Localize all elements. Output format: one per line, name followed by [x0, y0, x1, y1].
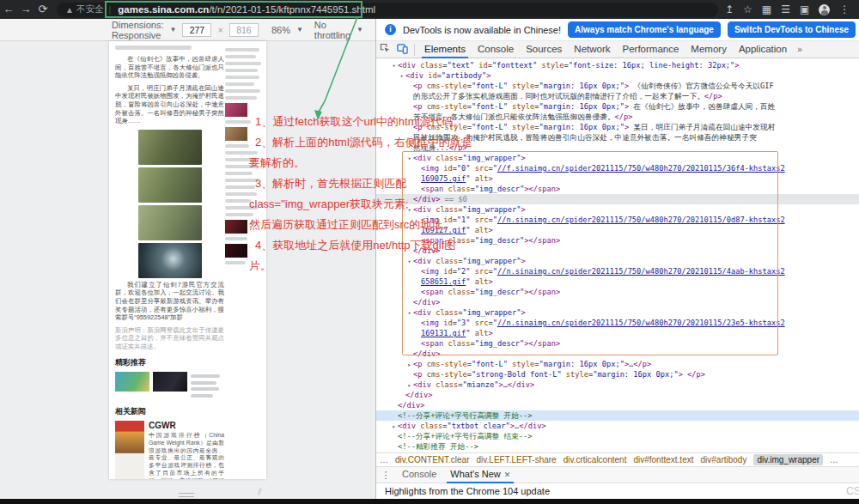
viewport-corner-resize-handle[interactable]: ⫽ — [258, 487, 261, 497]
back-icon[interactable]: ← — [0, 0, 17, 19]
code-line[interactable]: </div> — [376, 246, 859, 256]
code-line[interactable]: 658651.gif" alt> — [376, 276, 859, 287]
always-match-language-button[interactable]: Always match Chrome's language — [568, 21, 721, 38]
page-thumb[interactable] — [225, 127, 247, 141]
code-line[interactable]: ▾<div class="text" id="fonttext" style="… — [376, 60, 859, 70]
code-line[interactable]: 苦不堪言，各大修仙门派也只能依仗阵法勉强抵御凶兽侵袭。</p> — [376, 112, 859, 122]
rail-link-skeleton[interactable] — [225, 55, 256, 58]
code-line[interactable]: <p cms-style="font-L" style="margin: 16p… — [376, 101, 859, 112]
page-thumb[interactable] — [225, 103, 247, 117]
elements-panel[interactable]: ▾<div class="text" id="fonttext" style="… — [376, 58, 859, 452]
breadcrumb-item[interactable]: div#artibody — [700, 455, 746, 465]
code-line[interactable]: ▾<div class="img_wrapper"> — [376, 307, 859, 318]
tab-console[interactable]: Console — [472, 41, 520, 58]
breadcrumb-item[interactable]: div#fonttext.text — [633, 455, 693, 465]
code-line[interactable]: ▸<div class="mianze">…</div> — [376, 380, 859, 390]
code-line[interactable]: <!--分享+评论+字号行高调整 结束--> — [376, 431, 859, 441]
rail-link-skeleton[interactable] — [225, 172, 253, 175]
tab-sources[interactable]: Sources — [520, 41, 568, 58]
code-line[interactable]: 民被妖物围攻，为掩护村民逃脱，冒险将凶兽引向山谷深处，中途意外被击落。一名叫修吾… — [376, 132, 859, 143]
reload-icon[interactable]: ⟳ — [34, 0, 52, 19]
recommend-link-skeleton[interactable] — [191, 381, 216, 385]
rail-link-skeleton[interactable] — [225, 199, 251, 203]
bookmark-star-icon[interactable]: ☆ — [743, 0, 752, 19]
code-line[interactable]: </div> — [376, 390, 859, 400]
recommend-link-skeleton[interactable] — [191, 374, 220, 378]
code-line[interactable]: <span class="img_descr"></span> — [376, 184, 859, 194]
code-line[interactable]: 169075.gif" alt> — [376, 173, 859, 184]
drawer-menu-icon[interactable]: ⋮ — [376, 470, 395, 481]
dimensions-select[interactable]: Dimensions: Responsive — [112, 20, 164, 40]
side-panel-icon[interactable]: ▣ — [800, 0, 809, 19]
throttling-select[interactable]: No throttling — [314, 20, 350, 40]
rail-link-skeleton[interactable] — [225, 120, 251, 124]
rail-link-skeleton[interactable] — [225, 76, 259, 79]
tab-elements[interactable]: Elements — [418, 41, 472, 58]
zoom-select[interactable]: 86% — [271, 25, 290, 35]
rail-link-skeleton[interactable] — [225, 144, 249, 148]
breadcrumb-item[interactable]: div.crticalcontent — [564, 455, 627, 465]
address-bar[interactable]: ▲ 不安全 | games.sina.com.cn/t/n/2021-01-15… — [57, 3, 718, 17]
rail-link-skeleton[interactable] — [225, 48, 259, 52]
page-thumb[interactable] — [225, 220, 247, 234]
tab-memory[interactable]: Memory — [685, 41, 733, 58]
rail-link-skeleton[interactable] — [225, 206, 258, 209]
code-line[interactable]: </div> — [376, 400, 859, 410]
more-tabs-icon[interactable]: » — [793, 45, 807, 54]
code-line[interactable]: <img id="1" src="//n.sinaimg.cn/spider20… — [376, 215, 859, 225]
code-line[interactable]: <p cms-style="font-L" style="margin: 16p… — [376, 81, 859, 91]
rail-link-skeleton[interactable] — [225, 62, 261, 65]
breadcrumb-item[interactable]: div.LEFT.LEFT-share — [477, 455, 557, 465]
rail-link-skeleton[interactable] — [225, 213, 253, 216]
rail-link-skeleton[interactable] — [225, 185, 255, 189]
code-line[interactable]: 169127.gif" alt> — [376, 225, 859, 235]
code-line[interactable]: </div> — [376, 349, 859, 359]
profile-avatar[interactable] — [819, 4, 830, 15]
rail-link-skeleton[interactable] — [225, 82, 254, 86]
breadcrumb-item[interactable]: div.img_wrapper — [753, 454, 823, 465]
rail-link-skeleton[interactable] — [225, 158, 256, 161]
code-line[interactable]: <img id="3" src="//n.sinaimg.cn/spider20… — [376, 318, 859, 328]
tab-close-icon[interactable]: ✕ — [504, 471, 511, 479]
viewport-width-input[interactable] — [182, 23, 211, 37]
rail-link-skeleton[interactable] — [225, 151, 258, 155]
rail-link-skeleton[interactable] — [225, 192, 257, 196]
breadcrumb-item[interactable]: … — [380, 455, 388, 465]
code-line[interactable]: <span class="img_descr"></span> — [376, 338, 859, 349]
code-line[interactable]: ▾<div class="img_wrapper"> — [376, 204, 859, 215]
code-line[interactable]: <span class="img_descr"></span> — [376, 287, 859, 297]
recommend-link-skeleton[interactable] — [191, 394, 213, 398]
cgwr-poster-image[interactable] — [115, 421, 144, 479]
tab-network[interactable]: Network — [568, 41, 616, 58]
code-line[interactable]: ▸<div class="txtbot clear">…</div> — [376, 421, 859, 431]
code-line[interactable]: <span class="img_descr"></span> — [376, 235, 859, 246]
drawer-tab-whats-new[interactable]: What's New✕ — [443, 466, 517, 483]
tab-application[interactable]: Application — [733, 41, 793, 58]
rail-link-skeleton[interactable] — [225, 179, 259, 182]
code-line[interactable]: <!--分享+评论+字号行高调整 开始--> — [376, 410, 859, 421]
code-line[interactable]: </div> == $0 — [376, 194, 859, 204]
rail-link-skeleton[interactable] — [225, 89, 260, 93]
forward-icon[interactable]: → — [17, 0, 34, 19]
share-icon[interactable]: ↥ — [725, 0, 734, 19]
reading-list-icon[interactable]: ☰ — [781, 0, 790, 19]
code-line[interactable]: 然现身...</p> — [376, 143, 859, 153]
code-line[interactable]: ▾<div class="img_wrapper"> — [376, 256, 859, 266]
drawer-tab-console[interactable]: Console — [395, 466, 443, 483]
web-page[interactable]: 在《仙剑七》故事中，凶兽肆虐人间，百姓苦不堪言，各大修仙门派也只能依仗阵法勉强抵… — [109, 41, 266, 479]
tab-performance[interactable]: Performance — [617, 41, 685, 58]
breadcrumb-item[interactable]: … — [830, 455, 838, 465]
browser-menu-icon[interactable]: ⋮ — [839, 0, 850, 19]
switch-devtools-chinese-button[interactable]: Switch DevTools to Chinese — [728, 21, 856, 38]
code-line[interactable]: 的形式公开了多张实机游戏画面，同时也对试玩版的剧情进行了介绍，一起来了解一下。<… — [376, 91, 859, 101]
rail-link-skeleton[interactable] — [225, 237, 247, 240]
rail-link-skeleton[interactable] — [225, 69, 258, 72]
recommend-thumb[interactable] — [115, 372, 149, 392]
rail-link-skeleton[interactable] — [225, 96, 257, 100]
whats-new-headline[interactable]: Highlights from the Chrome 104 update — [385, 486, 550, 496]
rail-link-skeleton[interactable] — [225, 261, 246, 264]
inspect-element-icon[interactable] — [376, 42, 393, 58]
breadcrumb-item[interactable]: div.CONTENT.clear — [395, 455, 470, 465]
extensions-puzzle-icon[interactable]: ▦ — [762, 0, 771, 19]
page-thumb[interactable] — [225, 244, 247, 258]
